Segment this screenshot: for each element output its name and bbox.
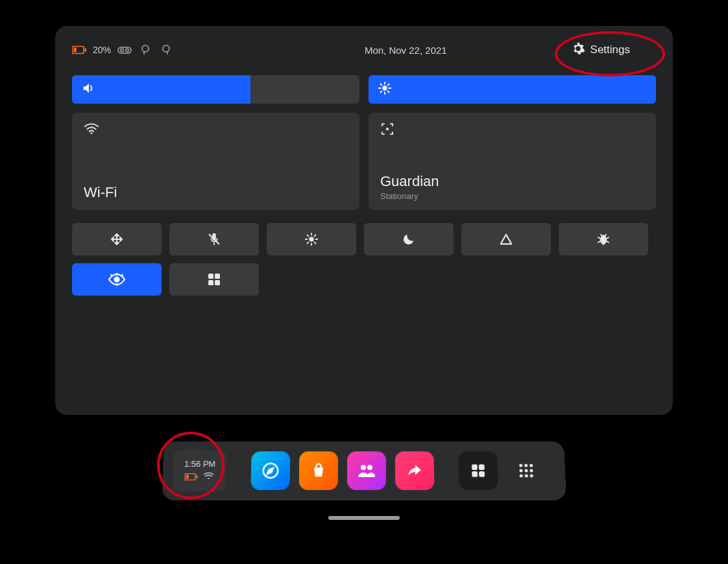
app-switcher-button[interactable] <box>169 263 259 296</box>
guardian-subtitle: Stationary <box>380 191 644 201</box>
svg-rect-28 <box>479 471 485 477</box>
svg-point-21 <box>208 477 209 478</box>
left-controller-icon <box>138 43 152 57</box>
svg-rect-14 <box>208 274 213 279</box>
svg-rect-27 <box>472 471 478 477</box>
settings-button[interactable]: Settings <box>571 41 656 59</box>
svg-rect-25 <box>472 464 478 470</box>
svg-rect-19 <box>186 475 189 478</box>
svg-rect-1 <box>74 48 77 53</box>
card-row: Wi-Fi Guardian Stationary <box>72 113 656 210</box>
bug-report-button[interactable] <box>559 223 648 255</box>
svg-point-29 <box>519 464 522 467</box>
guardian-icon <box>380 122 644 139</box>
svg-rect-15 <box>215 274 220 279</box>
wifi-title: Wi-Fi <box>84 184 348 201</box>
svg-point-31 <box>529 464 533 467</box>
svg-rect-17 <box>215 280 220 285</box>
svg-rect-16 <box>208 280 213 285</box>
svg-point-33 <box>524 469 528 473</box>
svg-point-8 <box>382 86 387 90</box>
quick-settings-panel: 20% Mon, Nov 22, 2021 Settings <box>55 26 673 415</box>
dock-explore-button[interactable] <box>250 451 290 490</box>
svg-point-32 <box>519 469 522 473</box>
battery-low-icon <box>184 471 198 482</box>
dock-status-tile[interactable]: 1:56 PM <box>172 450 226 492</box>
dock-people-button[interactable] <box>347 451 386 490</box>
dock-share-button[interactable] <box>395 451 435 490</box>
dock-store-button[interactable] <box>299 451 339 490</box>
svg-point-11 <box>309 237 313 241</box>
volume-slider[interactable] <box>72 75 359 104</box>
dock-time: 1:56 PM <box>184 458 216 468</box>
wifi-card[interactable]: Wi-Fi <box>72 113 359 210</box>
header-left: 20% <box>72 43 241 57</box>
wifi-icon <box>202 471 214 482</box>
svg-point-9 <box>91 132 93 134</box>
svg-point-34 <box>529 469 533 473</box>
right-controller-icon <box>159 43 173 57</box>
svg-point-4 <box>121 49 123 51</box>
svg-point-24 <box>367 465 372 470</box>
passthrough-button[interactable] <box>72 263 162 296</box>
slider-row <box>72 75 656 104</box>
gear-icon <box>571 41 585 59</box>
battery-percent: 20% <box>93 45 111 55</box>
night-mode-button[interactable] <box>364 223 454 255</box>
dock-library-button[interactable] <box>458 451 498 490</box>
brightness-button[interactable] <box>267 223 356 255</box>
svg-point-23 <box>361 465 366 470</box>
wifi-icon <box>84 122 348 139</box>
svg-rect-26 <box>479 464 485 470</box>
volume-icon <box>81 81 95 98</box>
settings-label: Settings <box>590 43 630 56</box>
dock-status-icons <box>184 471 214 482</box>
panel-header: 20% Mon, Nov 22, 2021 Settings <box>72 40 656 60</box>
toggle-row-2 <box>72 263 656 296</box>
svg-rect-2 <box>84 48 86 51</box>
dock-apps-button[interactable] <box>506 451 546 490</box>
guardian-title: Guardian <box>380 173 644 190</box>
svg-point-7 <box>163 45 169 52</box>
svg-point-37 <box>530 474 533 477</box>
svg-point-36 <box>525 474 528 477</box>
svg-rect-20 <box>196 475 197 478</box>
brightness-icon <box>378 81 392 98</box>
brightness-slider[interactable] <box>369 75 656 104</box>
svg-point-6 <box>142 45 149 52</box>
svg-point-30 <box>524 464 528 467</box>
reset-view-button[interactable] <box>72 223 162 255</box>
mic-mute-button[interactable] <box>169 223 259 255</box>
dock: 1:56 PM <box>162 441 566 500</box>
header-date: Mon, Nov 22, 2021 <box>241 45 571 56</box>
guardian-card[interactable]: Guardian Stationary <box>369 113 656 210</box>
svg-point-35 <box>520 474 523 477</box>
toggle-row-1 <box>72 223 656 255</box>
notifications-button[interactable] <box>461 223 551 255</box>
battery-low-icon <box>72 43 86 57</box>
svg-point-10 <box>386 128 389 130</box>
svg-point-13 <box>115 277 119 282</box>
headset-icon <box>117 43 132 57</box>
svg-point-5 <box>126 49 128 51</box>
home-indicator <box>328 516 400 520</box>
